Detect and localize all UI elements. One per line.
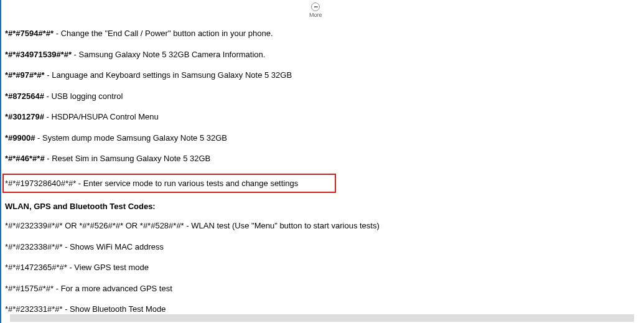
code-row: *#*#34971539#*#* - Samsung Galaxy Note 5… bbox=[5, 49, 479, 61]
test-code-row: *#*#1472365#*#* - View GPS test mode bbox=[5, 261, 479, 274]
code-desc: - Language and Keyboard settings in Sams… bbox=[45, 70, 292, 80]
highlight-box: *#*#197328640#*#* - Enter service mode t… bbox=[2, 174, 336, 194]
code-label: *#9900# bbox=[5, 133, 35, 143]
more-button[interactable]: ••• More bbox=[309, 2, 322, 18]
code-desc: - USB logging control bbox=[44, 91, 123, 101]
section-heading: WLAN, GPS and Bluetooth Test Codes: bbox=[5, 202, 479, 211]
code-row: *#*#7594#*#* - Change the "End Call / Po… bbox=[5, 27, 479, 40]
code-desc: - Enter service mode to run various test… bbox=[76, 179, 298, 188]
code-desc: - Samsung Galaxy Note 5 32GB Camera Info… bbox=[72, 50, 265, 59]
code-row: *#872564# - USB logging control bbox=[5, 90, 479, 103]
code-label: *#*#97#*#* bbox=[5, 70, 45, 80]
test-code-text: *#*#232339#*#* OR *#*#526#*#* OR *#*#528… bbox=[5, 221, 380, 230]
horizontal-scrollbar[interactable] bbox=[10, 314, 634, 322]
code-label: *#*#7594#*#* bbox=[5, 29, 54, 38]
code-desc: - HSDPA/HSUPA Control Menu bbox=[44, 112, 159, 121]
code-row: *#*#46*#*# - Reset Sim in Samsung Galaxy… bbox=[5, 152, 479, 165]
code-desc: - Reset Sim in Samsung Galaxy Note 5 32G… bbox=[45, 154, 211, 163]
code-label: *#*#34971539#*#* bbox=[5, 50, 72, 59]
code-label: *#301279# bbox=[5, 112, 44, 121]
code-label: *#*#46*#*# bbox=[5, 154, 45, 163]
codes-list: *#*#7594#*#* - Change the "End Call / Po… bbox=[5, 0, 479, 323]
code-desc: - Change the "End Call / Power" button a… bbox=[54, 29, 273, 38]
code-desc: - System dump mode Samsung Galaxy Note 5… bbox=[35, 133, 227, 143]
more-label: More bbox=[309, 12, 322, 18]
code-row: *#*#97#*#* - Language and Keyboard setti… bbox=[5, 69, 479, 82]
code-row: *#9900# - System dump mode Samsung Galax… bbox=[5, 132, 479, 144]
test-code-row: *#*#232339#*#* OR *#*#526#*#* OR *#*#528… bbox=[5, 220, 479, 232]
more-icon: ••• bbox=[311, 2, 320, 11]
test-code-text: *#*#232331#*#* - Show Bluetooth Test Mod… bbox=[5, 304, 166, 314]
test-code-text: *#*#1472365#*#* - View GPS test mode bbox=[5, 263, 149, 272]
test-code-text: *#*#232338#*#* - Shows WiFi MAC address bbox=[5, 242, 164, 251]
test-code-row: *#*#232338#*#* - Shows WiFi MAC address bbox=[5, 241, 479, 253]
test-code-row: *#*#232331#*#* - Show Bluetooth Test Mod… bbox=[5, 303, 479, 316]
code-label: *#*#197328640#*#* bbox=[5, 179, 76, 188]
code-label: *#872564# bbox=[5, 91, 44, 101]
code-row: *#301279# - HSDPA/HSUPA Control Menu bbox=[5, 111, 479, 123]
test-code-text: *#*#1575#*#* - For a more advanced GPS t… bbox=[5, 284, 172, 293]
page-scroll-container[interactable]: ••• More *#*#7594#*#* - Change the "End … bbox=[0, 0, 644, 323]
test-code-row: *#*#1575#*#* - For a more advanced GPS t… bbox=[5, 283, 479, 295]
content-panel: ••• More *#*#7594#*#* - Change the "End … bbox=[0, 0, 479, 323]
highlighted-code-row: *#*#197328640#*#* - Enter service mode t… bbox=[5, 174, 479, 194]
